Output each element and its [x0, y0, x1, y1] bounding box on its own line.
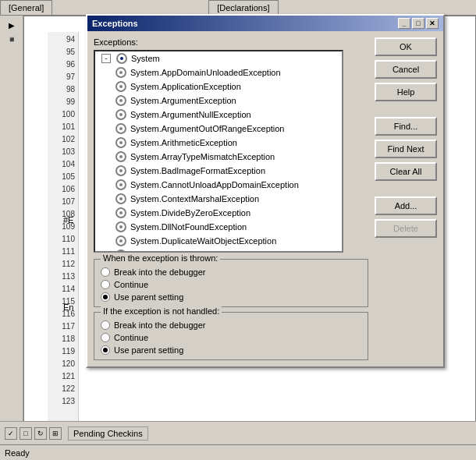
line-num-107: 107: [48, 196, 78, 208]
tree-item-0[interactable]: System.AppDomainUnloadedException: [95, 65, 342, 80]
ok-button[interactable]: OK: [375, 37, 437, 56]
tree-item-2[interactable]: System.ArgumentException: [95, 94, 342, 108]
tab-general-label: [General]: [9, 3, 44, 12]
panel-icon-1[interactable]: ✓: [5, 427, 17, 440]
item-icon-9: [115, 193, 126, 204]
item-icon-5: [115, 137, 126, 148]
tree-item-12[interactable]: System.DuplicateWaitObjectException: [95, 234, 342, 248]
line-num-99: 99: [48, 96, 78, 108]
line-num-96: 96: [48, 58, 78, 71]
tab-declarations[interactable]: [Declarations]: [208, 0, 278, 15]
tree-item-9[interactable]: System.ContextMarshalException: [95, 192, 342, 206]
tree-item-3[interactable]: System.ArgumentNullException: [95, 108, 342, 122]
tree-item-10[interactable]: System.DivideByZeroException: [95, 206, 342, 220]
tree-item-5[interactable]: System.ArithmeticException: [95, 136, 342, 150]
when-thrown-option-1[interactable]: Continue: [101, 280, 361, 289]
item-label-1: System.ApplicationException: [130, 80, 241, 93]
dialog-body: Exceptions: - System System.AppDomainUnl…: [87, 31, 443, 366]
cancel-button[interactable]: Cancel: [375, 60, 437, 79]
dialog-title: Exceptions: [92, 19, 138, 28]
item-icon-3: [115, 109, 126, 120]
tree-item-7[interactable]: System.BadImageFormatException: [95, 164, 342, 178]
line-num-103: 103: [48, 146, 78, 158]
find-button[interactable]: Find...: [375, 117, 437, 136]
when-thrown-option-2[interactable]: Use parent setting: [101, 292, 361, 302]
not-handled-option-2[interactable]: Use parent setting: [101, 345, 361, 355]
item-icon-0: [115, 67, 126, 78]
when-thrown-radio-2[interactable]: [101, 292, 110, 302]
item-icon-8: [115, 179, 126, 190]
left-margin: ▶ ◾: [0, 16, 23, 437]
tree-item-4[interactable]: System.ArgumentOutOfRangeException: [95, 122, 342, 136]
line-num-102: 102: [48, 133, 78, 146]
dialog-titlebar: Exceptions _ □ ✕: [87, 16, 443, 31]
pending-checkins-label: Pending Checkins: [73, 429, 143, 438]
not-handled-option-0[interactable]: Break into the debugger: [101, 320, 361, 330]
header-bar: [General] [Declarations]: [0, 0, 476, 16]
line-num-101: 101: [48, 121, 78, 133]
btn-spacer-1: [375, 105, 437, 113]
line-num-114: 114: [48, 283, 78, 295]
tab-general[interactable]: [General]: [0, 0, 52, 15]
not-handled-label-2: Use parent setting: [114, 345, 183, 355]
delete-button[interactable]: Delete: [375, 219, 437, 238]
clear-all-button[interactable]: Clear All: [375, 162, 437, 181]
not-handled-option-1[interactable]: Continue: [101, 333, 361, 342]
item-label-3: System.ArgumentNullException: [130, 108, 251, 121]
item-label-7: System.BadImageFormatException: [130, 165, 265, 177]
line-num-95: 95: [48, 46, 78, 58]
tree-item-11[interactable]: System.DllNotFoundException: [95, 220, 342, 234]
find-next-button[interactable]: Find Next: [375, 140, 437, 158]
not-handled-radio-2[interactable]: [101, 345, 110, 355]
tree-item-system[interactable]: - System: [95, 51, 342, 65]
system-icon: [116, 53, 127, 64]
item-icon-10: [115, 207, 126, 218]
tree-item-8[interactable]: System.CannotUnloadAppDomainException: [95, 178, 342, 192]
help-button[interactable]: Help: [375, 83, 437, 101]
item-icon-11: [115, 221, 126, 232]
item-icon-4: [115, 123, 126, 134]
statusbar-text: Ready: [5, 448, 30, 458]
line-num-98: 98: [48, 83, 78, 96]
when-thrown-label-0: Break into the debugger: [114, 267, 205, 277]
pending-checkins-tab[interactable]: Pending Checkins: [68, 426, 148, 441]
dialog-restore-button[interactable]: □: [412, 18, 424, 29]
item-label-4: System.ArgumentOutOfRangeException: [130, 122, 284, 135]
add-button[interactable]: Add...: [375, 196, 437, 215]
line-numbers: 94 95 96 97 98 99 100 101 102 103 104 10…: [48, 32, 79, 445]
item-icon-7: [115, 165, 126, 176]
code-text-2: En: [63, 303, 73, 312]
item-label-5: System.ArithmeticException: [130, 136, 237, 149]
tree-item-1[interactable]: System.ApplicationException: [95, 80, 342, 94]
item-icon-2: [115, 95, 126, 106]
btn-spacer-2: [375, 185, 437, 193]
line-num-97: 97: [48, 71, 78, 83]
tree-item-6[interactable]: System.ArrayTypeMismatchException: [95, 150, 342, 164]
when-thrown-radio-group: Break into the debugger Continue Use par…: [101, 267, 361, 302]
system-label: System: [131, 52, 160, 65]
line-num-117: 117: [48, 320, 78, 333]
not-handled-title: If the exception is not handled:: [101, 306, 222, 316]
dialog-minimize-button[interactable]: _: [398, 18, 410, 29]
panel-icon-3[interactable]: ↻: [34, 427, 47, 440]
not-handled-radio-1[interactable]: [101, 333, 110, 342]
panel-icon-4[interactable]: ⊞: [49, 427, 62, 440]
item-icon-6: [115, 151, 126, 162]
line-num-123: 123: [48, 395, 78, 408]
when-thrown-radio-1[interactable]: [101, 280, 110, 289]
item-label-9: System.ContextMarshalException: [130, 193, 259, 205]
dialog-close-button[interactable]: ✕: [426, 18, 439, 29]
exceptions-list[interactable]: - System System.AppDomainUnloadedExcepti…: [94, 50, 343, 253]
item-label-10: System.DivideByZeroException: [130, 207, 250, 219]
item-label-11: System.DllNotFoundException: [130, 221, 247, 233]
tree-item-13[interactable]: System.EntryPointNotFoundException: [95, 248, 342, 253]
when-thrown-radio-0[interactable]: [101, 267, 110, 277]
exceptions-dialog: Exceptions _ □ ✕ Exceptions: - System: [86, 14, 445, 368]
item-label-0: System.AppDomainUnloadedException: [130, 66, 281, 79]
expand-system[interactable]: -: [101, 54, 111, 63]
line-num-100: 100: [48, 108, 78, 121]
not-handled-radio-0[interactable]: [101, 320, 110, 330]
line-num-121: 121: [48, 370, 78, 383]
when-thrown-option-0[interactable]: Break into the debugger: [101, 267, 361, 277]
panel-icon-2[interactable]: □: [20, 427, 32, 440]
